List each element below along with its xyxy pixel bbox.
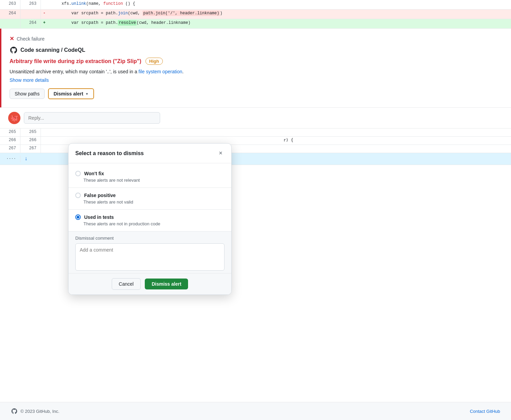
github-logo-icon (10, 46, 18, 54)
reply-area: 🐙 (0, 107, 511, 129)
severity-badge: High (145, 58, 163, 65)
code-sign-col (41, 137, 48, 145)
line-num-right: 263 (20, 0, 41, 9)
radio-wont-fix[interactable] (75, 171, 81, 176)
x-icon: ✕ (10, 35, 14, 42)
reason-option-wont-fix[interactable]: Won't fix These alerts are not relevant (68, 166, 231, 188)
code-num-left: 266 (0, 137, 20, 145)
diff-row: 263 263 xfs.unlink(name, function () { (0, 0, 511, 10)
line-num-left: 263 (0, 0, 20, 9)
reason-desc-false-positive: These alerts are not valid (83, 199, 224, 205)
reason-option-used-in-tests[interactable]: Used in tests These alerts are not in pr… (68, 210, 231, 231)
reason-label-wont-fix: Won't fix (84, 171, 104, 176)
footer-logo: © 2023 GitHub, Inc. (11, 408, 59, 415)
diff-row-added: 264 + var srcpath = path.resolve(cwd, he… (0, 19, 511, 29)
check-failure-header: ✕ Check failure (10, 35, 503, 42)
contact-github-link[interactable]: Contact GitHub (470, 409, 500, 414)
modal-title: Select a reason to dismiss (75, 150, 144, 156)
line-num-left-added (0, 19, 20, 28)
reason-label-used-in-tests: Used in tests (84, 214, 114, 220)
code-content (48, 129, 511, 136)
reason-desc-used-in-tests: These alerts are not in production code (83, 221, 224, 226)
footer-github-icon (11, 408, 18, 415)
code-row-265: 265 265 (0, 129, 511, 137)
dismissal-comment-label: Dismissal comment (75, 236, 224, 241)
check-scanning-title: Code scanning / CodeQL (10, 46, 503, 54)
reason-label-false-positive: False positive (84, 193, 116, 198)
check-panel: ✕ Check failure Code scanning / CodeQL A… (0, 29, 511, 107)
cancel-button[interactable]: Cancel (112, 278, 141, 290)
code-num-right: 266 (20, 137, 41, 145)
reason-label-row-wont-fix: Won't fix (75, 171, 224, 176)
code-right-content: r) { (279, 137, 511, 145)
line-num-left: 264 (0, 10, 20, 19)
alert-description-end: . (182, 69, 184, 74)
radio-inner (77, 216, 79, 219)
diff-code: xfs.unlink(name, function () { (48, 0, 511, 9)
modal-close-button[interactable]: × (217, 149, 224, 158)
dismiss-alert-button[interactable]: Dismiss alert ▼ (48, 88, 94, 99)
diff-code-deleted: var srcpath = path.join(cwd, path.join('… (48, 10, 511, 19)
dismiss-alert-final-button[interactable]: Dismiss alert (145, 279, 188, 289)
line-num-right-added: 264 (20, 19, 41, 28)
show-paths-button[interactable]: Show paths (10, 89, 45, 99)
modal-header: Select a reason to dismiss × (68, 144, 231, 163)
reason-label-row-false-positive: False positive (75, 193, 224, 198)
page-footer: © 2023 GitHub, Inc. Contact GitHub (0, 402, 511, 420)
code-num-left: 267 (0, 145, 20, 153)
dropdown-arrow-icon: ▼ (85, 92, 89, 96)
modal-body: Won't fix These alerts are not relevant … (68, 163, 231, 231)
alert-title: Arbitrary file write during zip extracti… (10, 58, 141, 64)
code-sign-col (41, 129, 48, 136)
line-num-right (20, 10, 41, 19)
file-system-link[interactable]: file system operation (139, 69, 182, 74)
show-more-details-link[interactable]: Show more details (10, 77, 49, 83)
diff-sign (41, 0, 48, 9)
footer-copyright: © 2023 GitHub, Inc. (20, 409, 59, 414)
check-failure-title: Check failure (17, 36, 45, 42)
action-buttons: Show paths Dismiss alert ▼ (10, 88, 503, 99)
radio-false-positive[interactable] (75, 193, 81, 198)
scanning-label: Code scanning / CodeQL (20, 47, 85, 53)
code-num-right: 267 (20, 145, 41, 153)
alert-description-text: Unsanitized archive entry, which may con… (10, 69, 139, 74)
alert-description: Unsanitized archive entry, which may con… (10, 68, 503, 75)
reason-desc-wont-fix: These alerts are not relevant (83, 178, 224, 183)
expand-icon: ↓ (20, 154, 32, 163)
alert-title-row: Arbitrary file write during zip extracti… (10, 58, 503, 65)
reason-label-row-used-in-tests: Used in tests (75, 214, 224, 220)
dismiss-modal: Select a reason to dismiss × Won't fix T… (68, 143, 232, 295)
diff-row-deleted: 264 - var srcpath = path.join(cwd, path.… (0, 10, 511, 19)
diff-code-added: var srcpath = path.resolve(cwd, header.l… (48, 19, 511, 28)
dismiss-alert-label: Dismiss alert (53, 91, 83, 96)
code-num-left: 265 (0, 129, 20, 136)
code-sign-col (41, 145, 48, 153)
code-num-right: 265 (20, 129, 41, 136)
comment-textarea[interactable] (75, 243, 224, 271)
reply-input[interactable] (24, 112, 160, 124)
reason-option-false-positive[interactable]: False positive These alerts are not vali… (68, 188, 231, 210)
radio-used-in-tests[interactable] (75, 214, 81, 220)
avatar: 🐙 (8, 112, 20, 124)
diff-sign-deleted: - (41, 10, 48, 19)
modal-footer: Cancel Dismiss alert (68, 273, 231, 295)
expand-num: ···· (0, 155, 20, 162)
dismissal-comment-section: Dismissal comment (68, 231, 231, 273)
diff-container: 263 263 xfs.unlink(name, function () { 2… (0, 0, 511, 29)
diff-sign-added: + (41, 19, 48, 28)
